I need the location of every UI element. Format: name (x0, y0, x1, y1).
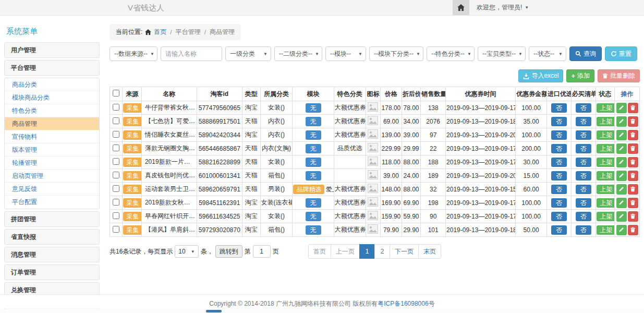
edit-button[interactable] (616, 130, 627, 140)
page-button-4[interactable]: 下一页 (390, 244, 419, 259)
edit-button[interactable] (616, 225, 627, 235)
sidebar-group-5[interactable]: 订单管理 (4, 264, 100, 280)
scrollbar-thumb[interactable] (206, 310, 222, 312)
status-button[interactable]: 上架 (597, 103, 615, 113)
select-all-checkbox[interactable] (113, 90, 119, 97)
must-buy-toggle[interactable]: 否 (576, 212, 591, 221)
delete-button[interactable] (628, 130, 638, 140)
row-checkbox[interactable] (113, 212, 119, 219)
data-source-select[interactable]: --数据来源--▼ (110, 46, 157, 61)
row-checkbox[interactable] (113, 172, 119, 178)
import-select-toggle[interactable]: 否 (551, 225, 567, 235)
sidebar-item-1-9[interactable]: 平台配置 (5, 196, 99, 209)
import-select-toggle[interactable]: 否 (551, 144, 567, 153)
page-button-3[interactable]: 2 (374, 244, 390, 259)
status-button[interactable]: 上架 (597, 185, 615, 194)
must-buy-toggle[interactable]: 否 (576, 130, 591, 140)
must-buy-toggle[interactable]: 否 (576, 144, 591, 153)
status-button[interactable]: 上架 (597, 117, 615, 126)
row-checkbox[interactable] (113, 199, 119, 206)
delete-button[interactable] (628, 157, 638, 167)
import-select-toggle[interactable]: 否 (551, 185, 567, 194)
batch-delete-button[interactable]: 批量删除 (598, 69, 640, 82)
sidebar-group-4[interactable]: 消息管理 (4, 247, 100, 262)
user-menu[interactable]: 欢迎您，管理员! ▼ (477, 3, 529, 12)
breadcrumb-home-link[interactable]: 首页 (154, 28, 166, 37)
level1-category-select[interactable]: 一级分类▼ (225, 46, 271, 61)
import-excel-button[interactable]: 导入excel (518, 69, 563, 82)
import-select-toggle[interactable]: 否 (551, 130, 567, 140)
row-checkbox[interactable] (113, 131, 119, 138)
module-select[interactable]: --模块--▼ (325, 46, 366, 61)
horizontal-scrollbar[interactable] (0, 309, 644, 313)
must-buy-toggle[interactable]: 否 (576, 103, 591, 113)
level2-category-select[interactable]: --二级分类--▼ (274, 46, 322, 61)
delete-button[interactable] (628, 184, 638, 195)
status-button[interactable]: 上架 (597, 130, 615, 140)
delete-button[interactable] (628, 116, 638, 127)
page-button-1[interactable]: 上一页 (331, 244, 360, 259)
reset-button[interactable]: 重置 (605, 46, 637, 61)
import-select-toggle[interactable]: 否 (551, 212, 567, 221)
status-button[interactable]: 上架 (597, 158, 615, 167)
sidebar-group-1[interactable]: 平台管理 (4, 60, 100, 76)
must-buy-toggle[interactable]: 否 (576, 117, 591, 126)
edit-button[interactable] (616, 171, 627, 181)
delete-button[interactable] (628, 225, 638, 235)
status-button[interactable]: 上架 (597, 171, 615, 180)
import-select-toggle[interactable]: 否 (551, 103, 567, 113)
delete-button[interactable] (628, 171, 638, 181)
status-button[interactable]: 上架 (597, 198, 615, 208)
sidebar-item-1-2[interactable]: 特色分类 (5, 104, 99, 117)
delete-button[interactable] (628, 103, 638, 113)
edit-button[interactable] (616, 211, 627, 222)
page-button-5[interactable]: 末页 (418, 244, 441, 259)
edit-button[interactable] (616, 143, 627, 154)
status-button[interactable]: 上架 (597, 144, 615, 153)
sidebar-item-1-0[interactable]: 商品分类 (5, 78, 99, 91)
delete-button[interactable] (628, 198, 638, 208)
must-buy-toggle[interactable]: 否 (576, 185, 591, 194)
edit-button[interactable] (616, 103, 627, 113)
page-button-0[interactable]: 首页 (308, 244, 331, 259)
import-select-toggle[interactable]: 否 (551, 117, 567, 126)
row-checkbox[interactable] (113, 158, 119, 165)
item-type-select[interactable]: --宝贝类型--▼ (478, 46, 526, 61)
delete-button[interactable] (628, 143, 638, 154)
sidebar-group-3[interactable]: 省直快报 (4, 229, 100, 245)
sidebar-item-1-8[interactable]: 意见反馈 (5, 183, 99, 196)
row-checkbox[interactable] (113, 145, 119, 151)
sidebar-item-1-5[interactable]: 版本管理 (5, 143, 99, 156)
row-checkbox[interactable] (113, 226, 119, 233)
row-checkbox[interactable] (113, 104, 119, 111)
page-button-2[interactable]: 1 (359, 244, 375, 259)
name-search-input[interactable] (161, 46, 222, 61)
edit-button[interactable] (616, 184, 627, 195)
import-select-toggle[interactable]: 否 (551, 198, 567, 208)
must-buy-toggle[interactable]: 否 (576, 198, 591, 208)
import-select-toggle[interactable]: 否 (551, 158, 567, 167)
must-buy-toggle[interactable]: 否 (576, 225, 591, 235)
row-checkbox[interactable] (113, 185, 119, 192)
status-button[interactable]: 上架 (597, 225, 615, 235)
icp-link[interactable]: 粤ICP备16098006号 (378, 300, 434, 307)
edit-button[interactable] (616, 116, 627, 127)
sidebar-item-1-1[interactable]: 模块商品分类 (5, 91, 99, 104)
import-select-toggle[interactable]: 否 (551, 171, 567, 180)
sidebar-item-1-6[interactable]: 轮播管理 (5, 156, 99, 170)
sidebar-item-1-3[interactable]: 商品管理 (5, 117, 99, 130)
status-select[interactable]: --状态--▼ (529, 46, 566, 61)
status-button[interactable]: 上架 (597, 212, 615, 221)
sidebar-group-0[interactable]: 用户管理 (4, 42, 100, 58)
delete-button[interactable] (628, 211, 638, 222)
edit-button[interactable] (616, 198, 627, 208)
module-subcategory-select[interactable]: --模块下分类--▼ (369, 46, 423, 61)
sidebar-item-1-4[interactable]: 宣传物料 (5, 130, 99, 143)
sidebar-group-2[interactable]: 拼团管理 (4, 211, 100, 227)
per-page-select[interactable]: 10 ▼ (175, 245, 198, 258)
add-button[interactable]: + 添加 (566, 69, 594, 82)
jump-button[interactable]: 跳转到 (215, 245, 242, 258)
home-button[interactable] (453, 0, 469, 15)
must-buy-toggle[interactable]: 否 (576, 171, 591, 180)
page-number-input[interactable] (253, 245, 271, 258)
